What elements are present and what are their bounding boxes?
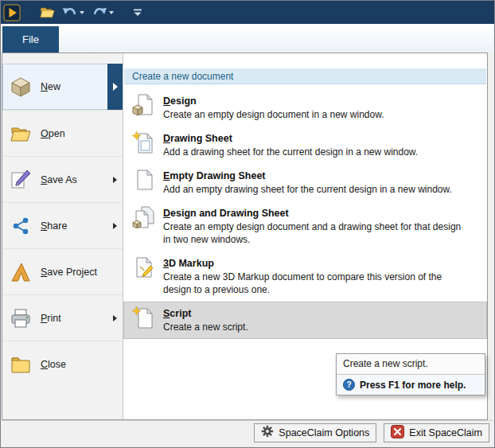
submenu-arrow-icon [113,223,117,229]
doc-item-title: Design [163,95,197,108]
sidebar-item-label: Open [41,128,65,139]
close-folder-icon [10,355,32,374]
new-document-list: Design Create an empty design document i… [123,89,487,339]
doc-item-title: Design and Drawing Sheet [163,207,289,220]
new-submenu-arrow[interactable] [107,64,123,110]
submenu-arrow-icon [113,315,117,321]
tooltip-help-row: Press F1 for more help. [337,374,485,395]
script-icon [131,306,155,329]
sidebar-item-print[interactable]: Print [2,294,123,341]
sidebar-item-share[interactable]: Share [2,202,123,248]
redo-icon [92,7,107,18]
doc-item-design[interactable]: Design Create an empty design document i… [123,89,487,127]
sidebar-item-save-as[interactable]: Save As [2,156,123,202]
doc-item-desc: Create a new 3D Markup document to compa… [163,271,468,296]
tooltip-text: Create a new script. [337,354,485,374]
sidebar-item-label: Share [41,220,67,232]
sidebar-item-open[interactable]: Open [2,110,123,156]
submenu-arrow-icon [113,83,118,91]
footer-bar: SpaceClaim Options Exit SpaceClaim [2,420,493,444]
redo-button[interactable] [92,7,114,18]
save-as-icon [10,169,32,190]
design-and-drawing-sheet-icon [131,206,155,228]
doc-item-title: 3D Markup [163,257,214,271]
titlebar [1,1,494,24]
doc-item-title: Drawing Sheet [163,132,232,146]
help-icon [343,379,355,391]
doc-item-desc: Create an empty design document and a dr… [163,220,468,246]
doc-item-design-and-drawing-sheet[interactable]: Design and Drawing Sheet Create an empty… [123,201,487,251]
sidebar-item-save-project[interactable]: Save Project [2,248,123,294]
save-project-icon [10,262,32,282]
doc-item-desc: Create an empty design document in a new… [163,108,384,121]
sidebar-item-close[interactable]: Close [2,341,123,387]
doc-item-empty-drawing-sheet[interactable]: Empty Drawing Sheet Add an empty drawing… [123,164,487,201]
share-icon [10,216,32,236]
undo-icon [63,7,77,18]
3d-markup-icon [131,256,155,279]
script-tooltip: Create a new script. Press F1 for more h… [336,353,485,395]
sidebar-item-label: Save As [41,174,77,185]
doc-item-title: Empty Drawing Sheet [163,169,266,183]
ribbon-tab-row: File [2,24,493,53]
open-folder-icon [10,124,32,143]
doc-item-desc: Add an empty drawing sheet for the curre… [163,183,452,196]
empty-drawing-sheet-icon [131,169,155,191]
exit-spaceclaim-button[interactable]: Exit SpaceClaim [384,423,489,442]
print-icon [10,308,32,329]
exit-button-label: Exit SpaceClaim [409,427,482,438]
sidebar-item-label: Save Project [41,267,97,278]
drawing-sheet-icon [131,131,155,154]
doc-item-3d-markup[interactable]: 3D Markup Create a new 3D Markup documen… [123,251,487,302]
doc-item-drawing-sheet[interactable]: Drawing Sheet Add a drawing sheet for th… [123,127,487,164]
exit-icon [391,425,404,441]
spaceclaim-window: File New Open Save As [0,0,495,448]
spaceclaim-options-button[interactable]: SpaceClaim Options [254,423,376,442]
sidebar-item-new[interactable]: New [2,64,123,110]
file-tab[interactable]: File [2,26,59,53]
sidebar-item-label: New [41,81,60,92]
gear-icon [261,425,274,440]
app-logo-icon[interactable] [3,4,21,21]
tooltip-help-text: Press F1 for more help. [360,380,466,391]
open-file-icon[interactable] [40,6,55,19]
sidebar-item-label: Print [41,313,61,324]
new-document-icon [10,76,32,97]
sidebar-item-label: Close [41,359,66,370]
doc-item-desc: Add a drawing sheet for the current desi… [163,146,418,158]
undo-button[interactable] [63,7,84,18]
submenu-arrow-icon [113,177,117,183]
panel-header: Create a new document [124,68,486,84]
design-icon [131,94,155,116]
options-button-label: SpaceClaim Options [279,427,369,438]
doc-item-desc: Create a new script. [163,321,248,333]
file-menu-sidebar: New Open Save As Share [2,53,123,419]
doc-item-title: Script [163,307,191,321]
doc-item-script[interactable]: Script Create a new script. [123,302,487,339]
redo-dropdown-icon [109,11,114,14]
quick-access-toggle-icon[interactable] [133,9,142,17]
undo-dropdown-icon [80,11,84,14]
